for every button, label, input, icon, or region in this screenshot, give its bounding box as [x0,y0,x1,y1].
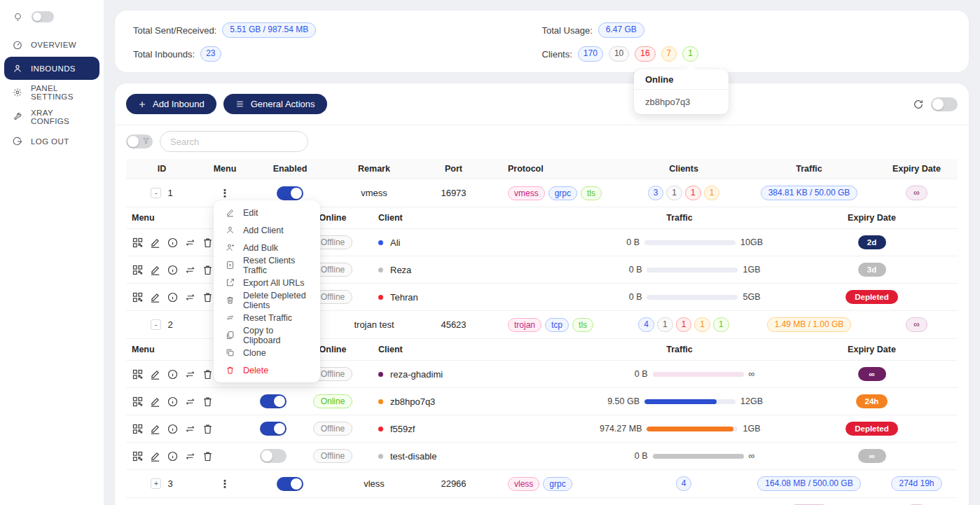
info-icon[interactable] [167,264,179,276]
traffic-limit: 5GB [743,292,760,302]
edit-icon[interactable] [149,237,161,249]
trash-icon[interactable] [202,368,214,380]
info-icon[interactable] [167,450,179,462]
sidebar-item-logout[interactable]: LOG OUT [0,129,104,153]
client-enabled-toggle[interactable] [260,422,287,436]
general-actions-button[interactable]: General Actions [223,94,327,114]
filter-toggle[interactable] [126,134,153,148]
reset-traffic-icon[interactable] [184,264,196,276]
menu-item-delete-depleted-clients[interactable]: Delete Depleted Clients [214,291,320,309]
sidebar-item-overview[interactable]: OVERVIEW [0,32,104,57]
qrcode-icon[interactable] [132,264,144,276]
clients-count-badge: 4 [638,317,654,332]
sidebar-item-panel-settings[interactable]: PANEL SETTINGS [0,80,104,104]
reset-traffic-icon[interactable] [184,291,196,303]
trash-icon[interactable] [202,423,214,435]
id-cell: + 3 [126,470,198,497]
subcol-client: Client [357,339,574,360]
expand-button[interactable]: + [151,478,161,489]
add-inbound-button[interactable]: Add Inbound [126,94,216,114]
enabled-toggle[interactable] [277,186,303,200]
info-icon[interactable] [167,396,179,408]
menu-item-add-client[interactable]: Add Client [214,221,320,239]
online-client-name[interactable]: zb8hpo7q3 [634,90,729,114]
traffic-bar [653,454,744,459]
edit-icon[interactable] [149,396,161,408]
client-enabled-toggle[interactable] [260,449,287,463]
transport-tag: grpc [543,477,572,491]
refresh-icon[interactable] [913,99,924,110]
menu-item-reset-traffic[interactable]: Reset Traffic [214,309,320,326]
inbound-id: 1 [167,188,172,198]
sidebar-item-xray-configs[interactable]: XRAY CONFIGS [0,104,104,129]
client-status-dot [378,240,383,245]
menu-item-clone[interactable]: Clone [214,344,320,361]
traffic-bar [647,427,738,431]
trash-icon[interactable] [202,291,214,303]
sidebar-item-inbounds[interactable]: INBOUNDS [4,57,99,80]
clients-expiring-badge: 1 [704,186,720,200]
trash-icon[interactable] [202,450,214,462]
clients-online-badge[interactable]: 1 [682,46,698,61]
expiry-pill: 274d 19h [891,476,941,491]
collapse-button[interactable]: - [151,188,161,198]
traffic-used: 0 B [596,237,640,247]
trash-icon[interactable] [202,396,214,408]
remark-cell: vless [328,470,420,497]
dashboard-icon [13,40,22,50]
subcol-traffic: Traffic [574,207,785,228]
reset-traffic-icon[interactable] [184,368,196,380]
menu-item-reset-clients-traffic[interactable]: Reset Clients Traffic [214,256,320,274]
traffic-used: 0 B [605,451,648,461]
online-clients-popup: Online zb8hpo7q3 [634,69,729,114]
qrcode-icon[interactable] [132,423,144,435]
trash-icon[interactable] [202,237,214,249]
info-icon[interactable] [167,237,179,249]
traffic-limit: ∞ [749,451,755,461]
edit-icon[interactable] [149,368,161,380]
expiry-cell: ∞ [874,311,959,338]
edit-icon[interactable] [149,291,161,303]
collapse-button[interactable]: - [151,319,161,330]
edit-icon[interactable] [149,264,161,276]
auto-refresh-toggle[interactable] [931,97,958,111]
reset-traffic-icon[interactable] [184,237,196,249]
reset-traffic-icon[interactable] [184,450,196,462]
qrcode-icon[interactable] [132,368,144,380]
enabled-toggle[interactable] [277,477,303,491]
edit-icon[interactable] [149,423,161,435]
row-menu-button[interactable]: ⋮ [220,188,230,198]
menu-item-label: Edit [243,208,258,218]
menu-item-add-bulk[interactable]: Add Bulk [214,239,320,256]
clients-total-badge[interactable]: 170 [578,46,603,61]
clients-disabled-badge[interactable]: 10 [609,46,629,61]
logout-icon [13,137,22,146]
menu-item-delete[interactable]: Delete [214,361,320,379]
info-icon[interactable] [167,368,179,380]
client-enabled-toggle[interactable] [260,394,287,408]
row-menu-button[interactable]: ⋮ [220,478,230,489]
menu-item-edit[interactable]: Edit [214,204,320,221]
info-icon[interactable] [167,423,179,435]
menu-item-export-all-urls[interactable]: Export All URLs [214,274,320,291]
info-icon[interactable] [167,291,179,303]
qrcode-icon[interactable] [132,450,144,462]
search-input[interactable] [160,131,308,152]
trash-icon[interactable] [202,264,214,276]
traffic-pill: 1.49 MB / 1.00 GB [767,317,852,332]
reset-traffic-icon[interactable] [184,423,196,435]
port-cell: 22966 [420,470,487,497]
theme-toggle[interactable] [32,11,54,22]
qrcode-icon[interactable] [132,237,144,249]
user-icon [13,64,22,74]
clients-expiring-badge[interactable]: 7 [661,46,677,61]
reset-traffic-icon[interactable] [184,396,196,408]
stat-label: Total Inbounds: [133,49,195,60]
client-name-cell: Reza [357,256,574,283]
qrcode-icon[interactable] [132,396,144,408]
qrcode-icon[interactable] [132,291,144,303]
clients-cell: 3 1 1 1 [623,179,744,207]
edit-icon[interactable] [149,450,161,462]
menu-item-copy-to-clipboard[interactable]: Copy to Clipboard [214,326,320,344]
clients-depleted-badge[interactable]: 16 [635,46,655,61]
